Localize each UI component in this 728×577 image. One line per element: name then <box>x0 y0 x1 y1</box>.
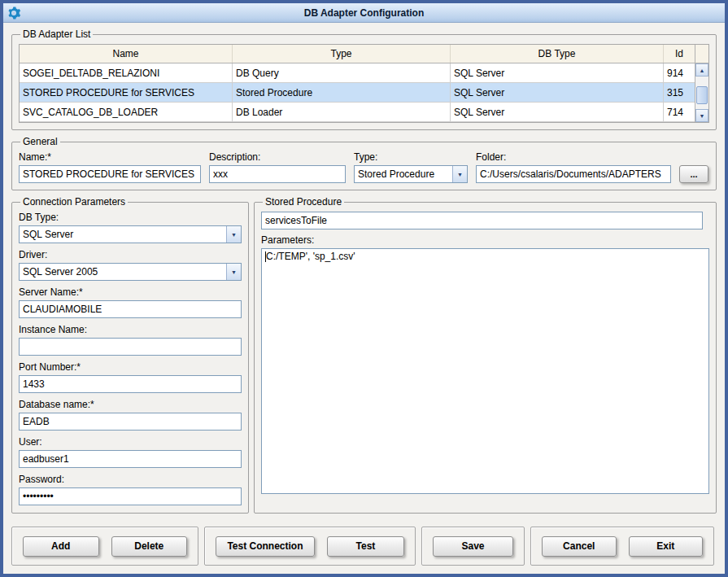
type-dropdown[interactable]: Stored Procedure ▼ <box>354 165 468 183</box>
column-header-type[interactable]: Type <box>233 45 451 63</box>
driver-dropdown[interactable]: SQL Server 2005 ▼ <box>19 263 242 281</box>
cell-name: STORED PROCEDURE for SERVICES <box>20 83 233 102</box>
password-field[interactable] <box>19 487 242 505</box>
scrollbar-track[interactable] <box>695 76 708 109</box>
name-label: Name:* <box>19 151 201 163</box>
port-number-label: Port Number:* <box>19 361 242 373</box>
window-title: DB Adapter Configuration <box>3 7 725 19</box>
test-button[interactable]: Test <box>327 536 404 557</box>
instance-name-label: Instance Name: <box>19 324 242 335</box>
password-label: Password: <box>19 474 242 485</box>
save-button[interactable]: Save <box>433 536 513 557</box>
connection-parameters-group: Connection Parameters DB Type: SQL Serve… <box>11 196 249 514</box>
name-field[interactable] <box>19 165 201 183</box>
procedure-name-field[interactable] <box>261 212 703 229</box>
delete-button[interactable]: Delete <box>111 536 188 557</box>
parameters-text: C:/TEMP', 'sp_1.csv' <box>266 251 355 262</box>
exit-actions-group: Cancel Exit <box>530 527 714 566</box>
cell-id: 914 <box>664 63 695 82</box>
save-group: Save <box>421 527 525 566</box>
folder-field[interactable] <box>476 165 671 183</box>
db-adapter-list-group: DB Adapter List Name Type DB Type Id SOG… <box>11 28 717 130</box>
user-field[interactable] <box>19 450 242 468</box>
column-header-db-type[interactable]: DB Type <box>451 45 664 63</box>
column-header-name[interactable]: Name <box>20 45 233 63</box>
description-label: Description: <box>209 151 346 163</box>
general-group-title: General <box>20 136 60 147</box>
title-bar[interactable]: DB Adapter Configuration <box>3 3 725 23</box>
test-connection-button[interactable]: Test Connection <box>216 536 315 557</box>
server-name-label: Server Name:* <box>19 286 242 298</box>
cell-name: SVC_CATALOG_DB_LOADER <box>20 103 233 121</box>
vertical-scrollbar[interactable]: ▲ ▼ <box>695 45 708 122</box>
user-label: User: <box>19 436 242 448</box>
stored-procedure-group-title: Stored Procedure <box>263 196 344 208</box>
port-number-field[interactable] <box>19 375 242 393</box>
chevron-down-icon[interactable]: ▼ <box>452 166 467 182</box>
browse-folder-button[interactable]: ... <box>679 165 708 183</box>
table-row-selected[interactable]: STORED PROCEDURE for SERVICES Stored Pro… <box>20 83 695 103</box>
cell-type: DB Loader <box>233 103 451 121</box>
scrollbar-header-corner <box>695 45 708 63</box>
general-group: General Name:* Description: Type: Stored… <box>11 136 717 190</box>
cell-type: DB Query <box>233 63 451 82</box>
chevron-down-icon[interactable]: ▼ <box>226 226 241 243</box>
column-header-id[interactable]: Id <box>664 45 695 63</box>
table-row[interactable]: SVC_CATALOG_DB_LOADER DB Loader SQL Serv… <box>20 103 695 122</box>
driver-dropdown-value: SQL Server 2005 <box>20 264 226 280</box>
cell-name: SOGEI_DELTADB_RELAZIONI <box>20 63 233 82</box>
cell-db-type: SQL Server <box>451 103 664 121</box>
connection-parameters-group-title: Connection Parameters <box>20 196 128 208</box>
adapter-table-header: Name Type DB Type Id <box>20 45 695 63</box>
db-adapter-list-group-title: DB Adapter List <box>20 28 93 40</box>
cell-db-type: SQL Server <box>451 63 664 82</box>
dialog-content: DB Adapter List Name Type DB Type Id SOG… <box>3 23 725 572</box>
database-name-label: Database name:* <box>19 399 242 410</box>
scrollbar-thumb[interactable] <box>696 86 708 104</box>
db-type-dropdown-value: SQL Server <box>20 226 226 243</box>
test-actions-group: Test Connection Test <box>204 527 416 566</box>
driver-label: Driver: <box>19 249 242 260</box>
cell-id: 714 <box>664 103 695 121</box>
db-adapter-configuration-window: DB Adapter Configuration DB Adapter List… <box>0 0 728 577</box>
scroll-down-icon[interactable]: ▼ <box>695 109 708 122</box>
type-dropdown-value: Stored Procedure <box>355 166 452 182</box>
type-label: Type: <box>354 151 468 163</box>
cell-id: 315 <box>664 83 695 102</box>
folder-label: Folder: <box>476 151 671 163</box>
cell-db-type: SQL Server <box>451 83 664 102</box>
list-actions-group: Add Delete <box>11 527 198 566</box>
database-name-field[interactable] <box>19 413 242 431</box>
chevron-down-icon[interactable]: ▼ <box>226 264 241 280</box>
scroll-up-icon[interactable]: ▲ <box>695 63 708 76</box>
button-row: Add Delete Test Connection Test Save Can… <box>11 527 717 566</box>
cell-type: Stored Procedure <box>233 83 451 102</box>
stored-procedure-group: Stored Procedure Parameters: C:/TEMP', '… <box>254 196 717 514</box>
adapter-table: Name Type DB Type Id SOGEI_DELTADB_RELAZ… <box>19 44 709 123</box>
adapter-table-body: Name Type DB Type Id SOGEI_DELTADB_RELAZ… <box>20 45 695 122</box>
exit-button[interactable]: Exit <box>629 536 704 557</box>
parameters-label: Parameters: <box>261 234 709 246</box>
add-button[interactable]: Add <box>23 536 99 557</box>
db-type-dropdown[interactable]: SQL Server ▼ <box>19 225 242 243</box>
server-name-field[interactable] <box>19 300 242 318</box>
db-type-label: DB Type: <box>19 212 242 223</box>
parameters-textarea[interactable]: C:/TEMP', 'sp_1.csv' <box>261 248 709 494</box>
table-row[interactable]: SOGEI_DELTADB_RELAZIONI DB Query SQL Ser… <box>20 63 695 83</box>
cancel-button[interactable]: Cancel <box>542 536 617 557</box>
description-field[interactable] <box>209 165 346 183</box>
instance-name-field[interactable] <box>19 338 242 356</box>
